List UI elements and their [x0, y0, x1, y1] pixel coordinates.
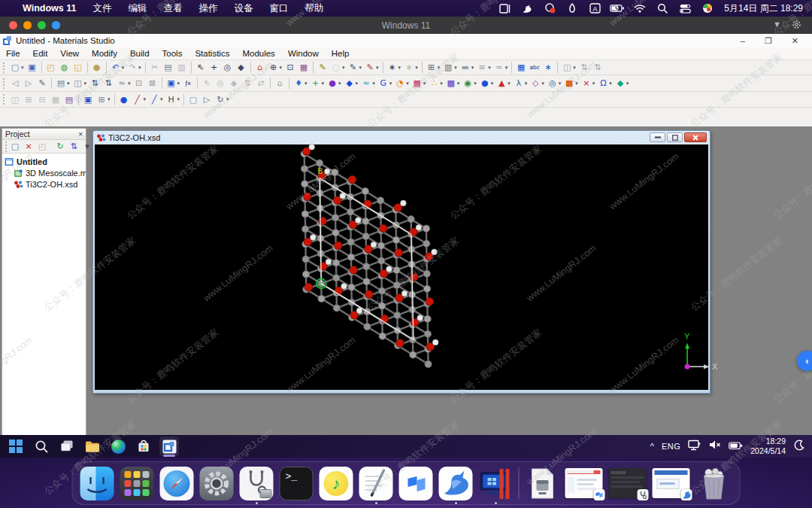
module-dmol3-icon[interactable]: ≈▾ [360, 77, 376, 90]
window-thumb-1[interactable] [565, 468, 603, 498]
delete-item-icon[interactable]: × [23, 140, 35, 153]
module-polymorph-icon[interactable]: ▲▾ [495, 77, 511, 90]
sketch-bond2-icon[interactable]: ╱▾ [148, 93, 164, 106]
copy-script-icon[interactable]: ▢ [187, 93, 199, 106]
sort-desc-icon[interactable]: ⇅ [592, 61, 604, 74]
macos-menu-4[interactable]: 设备 [234, 2, 253, 15]
module-mesocite-icon[interactable]: ▦▾ [411, 77, 427, 90]
cascade-icon[interactable]: ⊟ [36, 93, 48, 106]
ms-menu-9[interactable]: Help [332, 49, 350, 58]
module-blends-icon[interactable]: ●▾ [326, 77, 342, 90]
battery-icon[interactable] [611, 2, 623, 14]
module-analysis-icon[interactable]: ◆▾ [614, 77, 630, 90]
store-icon[interactable] [134, 437, 153, 456]
window-thumb-3[interactable] [653, 468, 690, 498]
ms-menu-3[interactable]: Modify [92, 49, 117, 58]
macos-menu-2[interactable]: 查看 [163, 2, 182, 15]
installer-doc-dock-icon[interactable] [526, 467, 559, 500]
lines-icon[interactable]: ≡▾ [476, 61, 492, 74]
terminal-dock-icon[interactable]: >_ [280, 467, 314, 500]
paste-icon[interactable]: ▥ [176, 61, 188, 74]
module-qmera-icon[interactable]: λ▾ [513, 77, 529, 90]
display-icon[interactable] [688, 440, 701, 454]
chart-icon[interactable]: ◫▾ [561, 61, 577, 74]
sort-az-icon[interactable]: ⇅ [89, 77, 101, 90]
select-gray-icon[interactable]: ⇖ [201, 77, 213, 90]
restore-button[interactable]: ❐ [765, 36, 772, 46]
adjust-hydrogen-icon[interactable]: H▾ [165, 93, 181, 106]
module-kinetix-icon[interactable]: ◔▾ [394, 77, 410, 90]
clean-icon[interactable]: ∗▾ [386, 61, 402, 74]
bird-app-dock-icon[interactable] [439, 467, 473, 500]
menubar-clock[interactable]: 5月14日 周二 18:29 [724, 2, 803, 15]
doc-restore-button[interactable] [667, 132, 683, 142]
utility-icon[interactable] [566, 2, 578, 14]
moon-icon[interactable] [793, 440, 804, 454]
view-onto-icon[interactable]: ⊕▾ [268, 61, 283, 74]
tree-item-xsd[interactable]: Ti3C2-OH.xsd [5, 178, 86, 190]
start-icon[interactable] [6, 437, 26, 456]
undo-icon[interactable]: ↶▾ [110, 61, 126, 74]
tray-chevron-icon[interactable]: ^ [650, 442, 654, 451]
module-castep-icon[interactable]: ◆▾ [344, 77, 359, 90]
sketch-pencil-icon[interactable]: ✎ [317, 61, 329, 74]
adjust-icon[interactable]: ∗▾ [403, 61, 419, 74]
new-file-icon[interactable]: ▢▾ [9, 61, 25, 74]
tile-horizontal-icon[interactable]: ◫ [9, 93, 21, 106]
label-abc-icon[interactable]: abc [529, 61, 541, 74]
module-reflex-icon[interactable]: ◇▾ [529, 77, 545, 90]
export-icon[interactable]: ◱ [72, 61, 84, 74]
chart-doc-icon[interactable]: ◫▾ [72, 77, 88, 90]
sketch-marker-icon[interactable]: ✎▾ [364, 61, 380, 74]
home-gray-icon[interactable]: ⌂ [274, 77, 286, 90]
structure-viewport[interactable]: BCYX [95, 144, 708, 390]
ms-menu-7[interactable]: Modules [242, 49, 274, 58]
doc-minimize-button[interactable] [650, 132, 665, 142]
translate-mode-icon[interactable]: + [208, 61, 220, 74]
fit-view-icon[interactable]: ⊡ [284, 61, 296, 74]
sort-items-icon[interactable]: ⇅ [68, 140, 80, 153]
dropdown-arrow-icon[interactable]: ▼ [773, 20, 781, 31]
ms-menu-5[interactable]: Tools [162, 49, 183, 58]
macos-menu-0[interactable]: 文件 [92, 2, 111, 15]
system-settings-dock-icon[interactable] [200, 467, 234, 500]
import-icon[interactable]: ◍ [59, 61, 71, 74]
sketch-lasso-icon[interactable]: ◌▾ [330, 61, 346, 74]
parallels-desktop-dock-icon[interactable] [479, 467, 513, 500]
module-forcite-icon[interactable]: ▩▾ [445, 77, 461, 90]
save-icon[interactable]: ▣ [26, 61, 38, 74]
todesk-dock-icon[interactable] [399, 467, 433, 500]
language-indicator[interactable]: ENG [662, 442, 680, 451]
textedit-dock-icon[interactable] [359, 467, 393, 500]
ime-icon[interactable] [701, 2, 714, 14]
minimize-button[interactable]: – [741, 36, 745, 46]
run-script-icon[interactable]: ▷ [201, 93, 213, 106]
macos-menu-1[interactable]: 编辑 [128, 2, 147, 15]
module-sorption-icon[interactable]: ◎▾ [547, 77, 562, 90]
wifi-icon[interactable] [634, 2, 646, 14]
send-gray-icon[interactable]: ⇄ [255, 77, 267, 90]
materials-studio-icon[interactable] [159, 437, 179, 456]
ms-menu-8[interactable]: Window [288, 49, 319, 58]
module-onetep-icon[interactable]: ●▾ [479, 77, 495, 90]
more-dropdown-icon[interactable]: ▾ [81, 140, 93, 153]
loop-script-icon[interactable]: ↻▾ [214, 93, 230, 106]
ms-menu-2[interactable]: View [60, 49, 79, 58]
sketch-pen-icon[interactable]: ✎▾ [347, 61, 363, 74]
window-props-icon[interactable]: ▤ [63, 93, 75, 106]
search-icon[interactable] [656, 2, 668, 14]
tile-vertical-icon[interactable]: ⊞ [23, 93, 35, 106]
module-amorphous-icon[interactable]: ♦▾ [292, 77, 308, 90]
task-view-icon[interactable] [57, 437, 77, 456]
display-style-icon[interactable]: ▦ [298, 61, 310, 74]
module-vamp-icon[interactable]: Ω▾ [597, 77, 613, 90]
battery-icon[interactable] [729, 440, 743, 453]
close-button[interactable]: ✕ [792, 36, 798, 46]
launchpad-dock-icon[interactable] [120, 467, 154, 500]
finder-dock-icon[interactable] [80, 467, 114, 500]
project-panel-close-icon[interactable]: × [78, 130, 83, 138]
screen-record-icon[interactable] [544, 2, 556, 14]
file-explorer-icon[interactable] [83, 437, 102, 456]
doc-close-button[interactable] [684, 132, 707, 142]
cut-icon[interactable]: ✂ [149, 61, 161, 74]
